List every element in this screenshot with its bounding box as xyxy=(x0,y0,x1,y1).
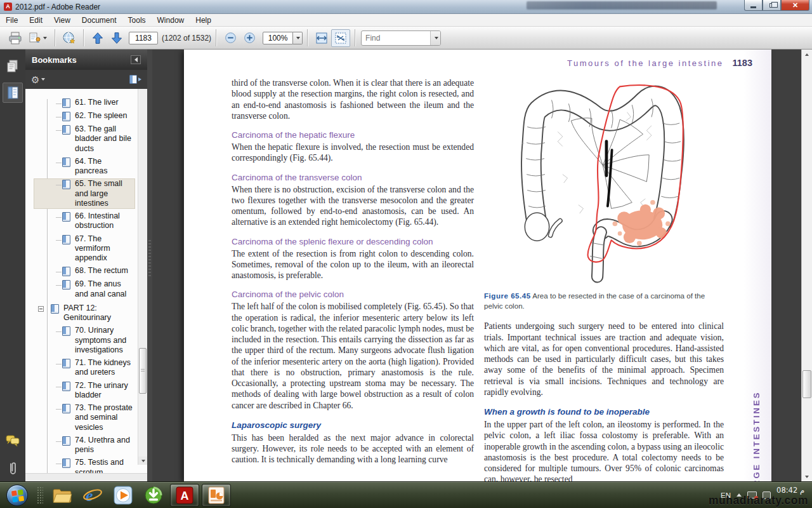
bookmark-item-63[interactable]: 63. The gall bladder and bile ducts xyxy=(34,124,134,154)
watermark-text: muhadharaty.com xyxy=(709,494,808,507)
bookmark-item-71[interactable]: 71. The kidneys and ureters xyxy=(34,358,134,378)
bookmark-label: 70. Urinary symptoms and investigations xyxy=(75,326,134,355)
explorer-taskbar-button[interactable] xyxy=(51,485,73,506)
clock[interactable]: 08:42 م xyxy=(776,486,804,495)
bookmarks-options-row: ⚙ xyxy=(25,70,147,89)
bookmark-item-70[interactable]: 70. Urinary symptoms and investigations xyxy=(34,326,134,355)
menu-file[interactable]: File xyxy=(0,15,23,26)
zoom-dropdown-button[interactable] xyxy=(293,32,303,44)
bookmark-item-74[interactable]: 74. Urethra and penis xyxy=(34,436,134,455)
toolbar: (1202 of 1532) 100% xyxy=(0,27,812,50)
bookmark-item-68[interactable]: 68. The rectum xyxy=(34,266,134,276)
folder-icon xyxy=(52,487,72,504)
page-number: 1183 xyxy=(733,58,752,68)
start-button[interactable] xyxy=(6,485,28,506)
zoom-level-value[interactable]: 100% xyxy=(263,32,293,44)
title-bar: A 2012.pdf - Adobe Reader xyxy=(0,0,812,14)
bookmarks-scrollbar[interactable] xyxy=(138,89,147,465)
zoom-out-button[interactable] xyxy=(221,29,240,47)
bookmarks-horizontal-scrollbar[interactable] xyxy=(25,473,147,481)
bookmark-label: PART 12: Genitourinary xyxy=(63,304,129,323)
next-page-button[interactable] xyxy=(107,29,126,47)
bookmarks-icon xyxy=(6,86,20,100)
scrollbar-thumb[interactable] xyxy=(139,348,147,394)
bookmark-icon xyxy=(62,404,70,413)
paragraph: third of the transverse colon. When it i… xyxy=(232,77,474,121)
menu-tools[interactable]: Tools xyxy=(122,15,152,26)
chapter-title: Tumours of the large intestine xyxy=(567,58,724,68)
splitter-grip xyxy=(148,240,151,278)
bookmarks-panel-button[interactable] xyxy=(3,83,23,103)
bookmark-item-75[interactable]: 75. Testis and scrotum xyxy=(34,458,134,473)
menu-window[interactable]: Window xyxy=(152,15,190,26)
bookmark-label: 71. The kidneys and ureters xyxy=(75,358,134,378)
minimize-button[interactable] xyxy=(744,0,763,11)
menu-document[interactable]: Document xyxy=(76,15,122,26)
collapse-icon xyxy=(134,57,138,62)
bookmark-item-66[interactable]: 66. Intestinal obstruction xyxy=(34,211,134,231)
options-caret-icon[interactable] xyxy=(41,78,45,81)
fit-page-icon xyxy=(334,32,348,44)
bookmark-icon xyxy=(51,304,59,314)
zoom-in-button[interactable] xyxy=(240,29,259,47)
scroll-up-button[interactable] xyxy=(802,50,812,59)
page-number-input[interactable] xyxy=(129,32,158,44)
collapse-expander-icon[interactable] xyxy=(38,306,44,312)
bookmark-label: 63. The gall bladder and bile ducts xyxy=(75,124,134,154)
bookmark-label: 66. Intestinal obstruction xyxy=(75,211,134,231)
bookmark-item-61[interactable]: 61. The liver xyxy=(34,98,134,108)
section-heading: Carcinoma of the transverse colon xyxy=(232,173,474,182)
print-button[interactable] xyxy=(6,29,25,47)
export-button[interactable] xyxy=(25,29,50,47)
bookmark-item-64[interactable]: 64. The pancreas xyxy=(34,157,134,177)
bookmark-part-12[interactable]: PART 12: Genitourinary xyxy=(34,304,134,323)
bookmark-icon xyxy=(62,436,70,446)
find-dropdown-button[interactable] xyxy=(430,30,440,46)
scroll-down-button[interactable] xyxy=(138,457,147,465)
figure-65-45 xyxy=(499,83,712,284)
powerpoint-taskbar-button[interactable] xyxy=(202,484,231,507)
collaborate-button[interactable] xyxy=(60,29,79,47)
panel-splitter[interactable] xyxy=(147,50,152,481)
taskbar-separator xyxy=(37,486,43,504)
attachments-panel-button[interactable] xyxy=(3,458,23,479)
close-button[interactable]: ✕ xyxy=(781,0,809,11)
export-dropdown-caret[interactable] xyxy=(43,37,47,39)
adobe-reader-icon: A xyxy=(176,486,193,504)
comments-panel-button[interactable] xyxy=(3,431,23,451)
download-manager-taskbar-button[interactable] xyxy=(143,485,164,506)
bookmark-item-62[interactable]: 62. The spleen xyxy=(34,111,134,121)
document-scrollbar[interactable] xyxy=(801,50,812,481)
bookmark-item-67[interactable]: 67. The vermiform appendix xyxy=(34,234,134,264)
menu-view[interactable]: View xyxy=(48,15,76,26)
bookmark-item-72[interactable]: 72. The urinary bladder xyxy=(34,381,134,401)
restore-button[interactable] xyxy=(763,0,781,11)
bookmark-page-icon xyxy=(129,75,137,84)
background-window-glimpse xyxy=(527,1,717,10)
pages-panel-button[interactable] xyxy=(3,56,23,76)
paragraph: When there is no obstruction, excision o… xyxy=(232,184,474,228)
goto-bookmark-button[interactable] xyxy=(129,75,141,84)
find-input[interactable] xyxy=(362,32,430,44)
previous-page-button[interactable] xyxy=(88,29,107,47)
bookmark-item-65-selected[interactable]: 65. The small and large intestines xyxy=(34,179,134,208)
internet-explorer-taskbar-button[interactable]: e xyxy=(82,485,103,506)
bookmark-icon xyxy=(62,157,70,167)
menu-help[interactable]: Help xyxy=(190,15,217,26)
collapse-panel-button[interactable] xyxy=(131,55,141,64)
bookmark-item-69[interactable]: 69. The anus and anal canal xyxy=(34,279,134,299)
gear-icon[interactable]: ⚙ xyxy=(31,75,39,84)
section-heading: Carcinoma of the pelvic colon xyxy=(232,290,474,299)
scroll-down-button[interactable] xyxy=(802,472,812,481)
printer-icon xyxy=(8,32,22,44)
adobe-reader-taskbar-button[interactable]: A xyxy=(170,484,199,507)
menu-edit[interactable]: Edit xyxy=(23,15,48,26)
bookmark-icon xyxy=(62,382,70,391)
scrollbar-thumb[interactable] xyxy=(802,370,811,398)
arrow-right-icon xyxy=(138,77,141,81)
media-player-taskbar-button[interactable] xyxy=(112,485,134,506)
bookmark-item-73[interactable]: 73. The prostate and seminal vesicles xyxy=(34,403,134,432)
bookmarks-list: 61. The liver 62. The spleen 63. The gal… xyxy=(25,89,147,473)
fit-page-button[interactable] xyxy=(331,29,350,47)
fit-width-button[interactable] xyxy=(312,29,331,47)
